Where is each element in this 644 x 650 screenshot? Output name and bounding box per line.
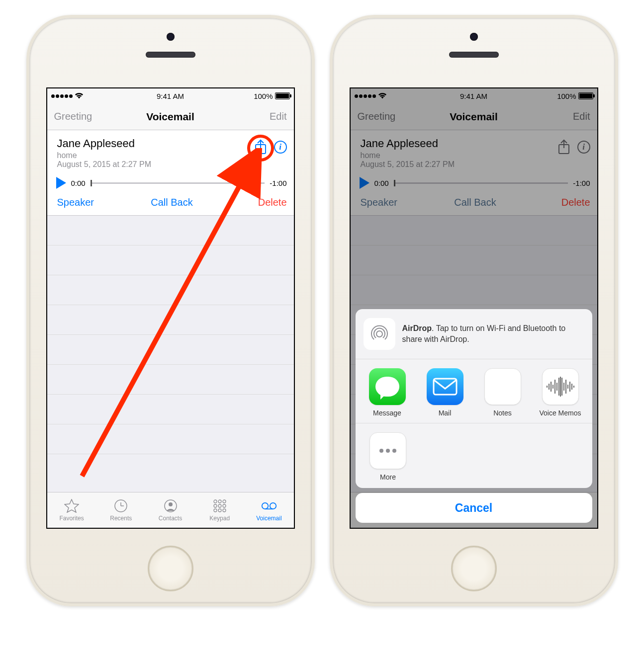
share-app-voicememos[interactable]: Voice Memos [533,368,588,417]
voicemail-caller-name: Jane Appleseed [57,137,254,150]
nav-bar: Greeting Voicemail Edit [47,103,294,130]
tab-contacts-label: Contacts [159,515,182,522]
svg-point-13 [214,509,217,512]
share-more[interactable]: More [360,432,417,481]
more-icon [369,432,406,469]
play-button[interactable] [56,177,66,189]
notes-app-icon [484,368,521,405]
svg-point-9 [223,500,226,503]
svg-point-8 [218,500,221,503]
svg-point-10 [214,504,217,507]
airdrop-text: AirDrop. Tap to turn on Wi-Fi and Blueto… [402,323,584,344]
tab-bar: Favorites Recents Contacts Keypad Voicem… [47,492,294,528]
tab-voicemail[interactable]: Voicemail [244,492,293,528]
time-current: 0:00 [71,179,86,187]
tab-voicemail-label: Voicemail [256,515,281,522]
share-apps-row: Message Mail Notes [356,359,592,423]
cancel-button[interactable]: Cancel [356,493,592,523]
tab-keypad[interactable]: Keypad [195,492,244,528]
clock-icon [113,498,129,513]
status-time: 9:41 AM [157,92,184,100]
home-button[interactable] [148,546,193,591]
voicemail-label: home [57,151,254,160]
voicemail-card: Jane Appleseed home August 5, 2015 at 2:… [47,130,294,216]
airdrop-bold: AirDrop [402,324,432,332]
tab-keypad-label: Keypad [209,515,230,522]
airdrop-row[interactable]: AirDrop. Tap to turn on Wi-Fi and Blueto… [356,309,592,359]
battery-icon [275,92,290,99]
empty-list [47,216,294,454]
tab-favorites-label: Favorites [59,515,84,522]
share-icon[interactable] [254,139,267,155]
screen-right: 9:41 AM 100% Greeting Voicemail Edit Jan… [350,87,598,529]
tab-recents[interactable]: Recents [96,492,146,528]
svg-point-14 [218,509,221,512]
delete-button[interactable]: Delete [210,197,287,208]
signal-dots-icon [51,94,73,98]
hardware-top [333,33,615,58]
svg-point-15 [223,509,226,512]
svg-point-7 [214,500,217,503]
progress-slider[interactable] [91,182,265,184]
message-app-icon [369,368,406,405]
playback-row: 0:00 -1:00 [47,172,294,193]
camera-dot-icon [167,33,175,41]
tab-recents-label: Recents [110,515,132,522]
battery-percent: 100% [254,92,273,100]
speaker-button[interactable]: Speaker [57,197,134,208]
notes-app-label: Notes [493,409,512,417]
more-label: More [380,473,396,481]
message-app-label: Message [373,409,401,417]
callback-button[interactable]: Call Back [134,197,210,208]
camera-dot-icon [470,33,478,41]
voicemail-date: August 5, 2015 at 2:27 PM [57,160,254,169]
mail-app-label: Mail [439,409,452,417]
keypad-icon [212,498,228,513]
mail-app-icon [427,368,463,405]
info-icon[interactable]: i [274,141,287,154]
svg-point-6 [169,502,173,506]
wifi-icon [75,92,84,99]
svg-point-17 [270,503,276,509]
greeting-button[interactable]: Greeting [54,111,147,122]
share-app-mail[interactable]: Mail [417,368,473,417]
iphone-device-left: 9:41 AM 100% Greeting Voicemail Edit Jan… [26,15,315,606]
tab-favorites[interactable]: Favorites [47,492,96,528]
voicememos-app-icon [542,368,579,405]
svg-point-11 [218,504,221,507]
edit-button[interactable]: Edit [194,111,287,122]
svg-point-12 [223,504,226,507]
contact-icon [163,498,179,513]
share-actions-row: More [356,423,592,488]
time-remaining: -1:00 [270,179,286,187]
airdrop-icon [364,318,395,350]
status-bar: 9:41 AM 100% [47,88,294,103]
voicemail-icon [261,498,277,513]
svg-point-16 [262,503,268,509]
iphone-device-right: 9:41 AM 100% Greeting Voicemail Edit Jan… [330,15,618,606]
page-title: Voicemail [146,111,194,123]
svg-point-22 [376,331,382,337]
share-app-notes[interactable]: Notes [475,368,531,417]
share-sheet-panel: AirDrop. Tap to turn on Wi-Fi and Blueto… [356,309,592,488]
speaker-slit-icon [449,52,499,58]
voicememos-app-label: Voice Memos [539,409,581,417]
share-sheet: AirDrop. Tap to turn on Wi-Fi and Blueto… [356,309,592,523]
star-icon [64,498,80,513]
speaker-slit-icon [146,52,195,58]
share-app-message[interactable]: Message [360,368,415,417]
home-button[interactable] [451,546,497,591]
svg-rect-23 [434,379,457,395]
screen-left: 9:41 AM 100% Greeting Voicemail Edit Jan… [46,87,295,529]
hardware-top [29,33,312,58]
tab-contacts[interactable]: Contacts [146,492,195,528]
